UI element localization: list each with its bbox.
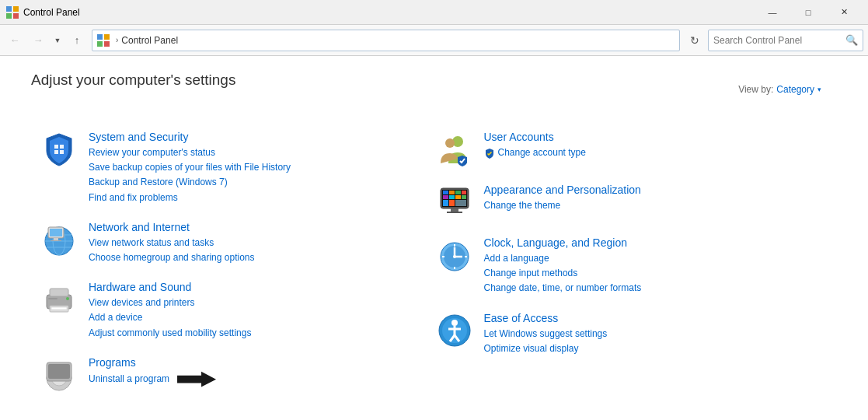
up-button[interactable]: ↑ <box>67 30 87 51</box>
category-network-internet: Network and Internet View network status… <box>31 213 427 273</box>
svg-rect-32 <box>48 380 70 381</box>
svg-rect-10 <box>54 150 58 154</box>
app-icon <box>6 6 19 19</box>
svg-rect-4 <box>97 34 103 40</box>
back-button[interactable]: ← <box>5 30 25 51</box>
network-internet-title[interactable]: Network and Internet <box>89 221 254 233</box>
close-button[interactable]: ✕ <box>826 0 862 25</box>
category-programs: Programs Uninstall a program <box>31 348 427 401</box>
viewby-dropdown-icon: ▾ <box>817 86 821 93</box>
address-bar: ← → ▼ ↑ › Control Panel ↻ 🔍 <box>0 25 868 56</box>
category-clock-language: Clock, Language, and Region Add a langua… <box>427 229 822 304</box>
svg-point-25 <box>66 297 69 300</box>
svg-rect-46 <box>449 200 455 206</box>
hardware-sound-icon <box>40 281 78 318</box>
viewby-container: View by: Category ▾ <box>738 84 821 95</box>
viewby-value[interactable]: Category <box>776 84 814 95</box>
breadcrumb-bar: › Control Panel <box>92 30 680 51</box>
svg-rect-37 <box>443 191 448 194</box>
clock-language-link-2[interactable]: Change input methods <box>484 266 642 281</box>
breadcrumb-icon <box>97 34 110 47</box>
hardware-sound-text: Hardware and Sound View devices and prin… <box>89 281 251 341</box>
breadcrumb-path: Control Panel <box>121 35 178 46</box>
hardware-sound-link-2[interactable]: Add a device <box>89 310 251 325</box>
breadcrumb-separator: › <box>116 36 118 44</box>
svg-rect-20 <box>51 240 61 241</box>
appearance-title[interactable]: Appearance and Personalization <box>484 184 641 196</box>
ease-of-access-title[interactable]: Ease of Access <box>484 312 608 324</box>
search-box: 🔍 <box>708 30 863 51</box>
ease-of-access-icon <box>436 312 473 349</box>
programs-icon <box>40 356 78 394</box>
viewby-label: View by: <box>738 84 773 95</box>
hardware-sound-link-3[interactable]: Adjust commonly used mobility settings <box>89 326 251 341</box>
ease-of-access-text: Ease of Access Let Windows suggest setti… <box>484 312 608 356</box>
appearance-icon <box>436 184 473 221</box>
hardware-sound-title[interactable]: Hardware and Sound <box>89 281 251 293</box>
history-dropdown-button[interactable]: ▼ <box>51 30 64 51</box>
svg-rect-44 <box>462 195 466 199</box>
system-security-text: System and Security Review your computer… <box>89 131 291 205</box>
svg-rect-31 <box>48 364 70 379</box>
svg-rect-40 <box>462 191 466 194</box>
main-content: Adjust your computer's settings View by:… <box>0 56 868 417</box>
system-security-link-1[interactable]: Review your computer's status <box>89 145 291 160</box>
svg-rect-45 <box>443 200 448 206</box>
window-controls: — □ ✕ <box>755 0 862 25</box>
title-bar: Control Panel — □ ✕ <box>0 0 868 25</box>
svg-rect-24 <box>51 307 67 310</box>
svg-rect-48 <box>451 208 458 212</box>
right-column: User Accounts Change account type <box>427 123 822 401</box>
hardware-sound-link-1[interactable]: View devices and printers <box>89 296 251 310</box>
search-icon[interactable]: 🔍 <box>845 34 858 46</box>
clock-language-text: Clock, Language, and Region Add a langua… <box>484 236 642 296</box>
system-security-link-3[interactable]: Backup and Restore (Windows 7) <box>89 175 291 190</box>
minimize-button[interactable]: — <box>755 0 790 25</box>
programs-link-1[interactable]: Uninstall a program <box>89 372 169 387</box>
svg-rect-9 <box>60 145 64 149</box>
svg-rect-39 <box>455 191 461 194</box>
appearance-link-1[interactable]: Change the theme <box>484 198 641 213</box>
svg-rect-1 <box>13 6 19 12</box>
clock-language-link-3[interactable]: Change date, time, or number formats <box>484 281 642 296</box>
network-internet-link-1[interactable]: View network status and tasks <box>89 236 254 250</box>
svg-rect-38 <box>449 191 455 194</box>
category-appearance: Appearance and Personalization Change th… <box>427 176 822 229</box>
system-security-title[interactable]: System and Security <box>89 131 291 143</box>
left-column: System and Security Review your computer… <box>31 123 427 401</box>
category-system-security: System and Security Review your computer… <box>31 123 427 213</box>
svg-rect-7 <box>104 41 110 47</box>
svg-rect-47 <box>455 200 466 206</box>
system-security-link-2[interactable]: Save backup copies of your files with Fi… <box>89 160 291 175</box>
forward-button[interactable]: → <box>28 30 48 51</box>
clock-language-link-1[interactable]: Add a language <box>484 251 642 266</box>
page-title: Adjust your computer's settings <box>31 72 235 89</box>
search-input[interactable] <box>713 35 845 46</box>
window-title: Control Panel <box>23 7 755 18</box>
svg-rect-2 <box>6 13 12 19</box>
svg-rect-26 <box>48 298 58 299</box>
user-accounts-icon <box>436 131 473 168</box>
user-accounts-title[interactable]: User Accounts <box>484 131 586 143</box>
svg-point-61 <box>451 320 458 326</box>
svg-rect-19 <box>54 238 58 240</box>
svg-rect-6 <box>97 41 103 47</box>
network-internet-link-2[interactable]: Choose homegroup and sharing options <box>89 250 254 265</box>
maximize-button[interactable]: □ <box>790 0 826 25</box>
ease-of-access-link-1[interactable]: Let Windows suggest settings <box>484 327 608 341</box>
svg-point-54 <box>453 255 456 258</box>
user-accounts-link-1[interactable]: Change account type <box>498 145 586 160</box>
clock-language-title[interactable]: Clock, Language, and Region <box>484 236 642 249</box>
category-user-accounts: User Accounts Change account type <box>427 123 822 176</box>
category-ease-of-access: Ease of Access Let Windows suggest setti… <box>427 304 822 364</box>
programs-title[interactable]: Programs <box>89 356 216 369</box>
svg-rect-11 <box>60 150 64 154</box>
ease-of-access-link-2[interactable]: Optimize visual display <box>484 341 608 356</box>
svg-rect-8 <box>54 145 58 149</box>
system-security-link-4[interactable]: Find and fix problems <box>89 191 291 205</box>
user-accounts-text: User Accounts Change account type <box>484 131 586 160</box>
refresh-button[interactable]: ↻ <box>685 30 705 51</box>
svg-rect-49 <box>447 212 462 213</box>
system-security-icon <box>40 131 78 168</box>
svg-rect-22 <box>50 289 68 296</box>
